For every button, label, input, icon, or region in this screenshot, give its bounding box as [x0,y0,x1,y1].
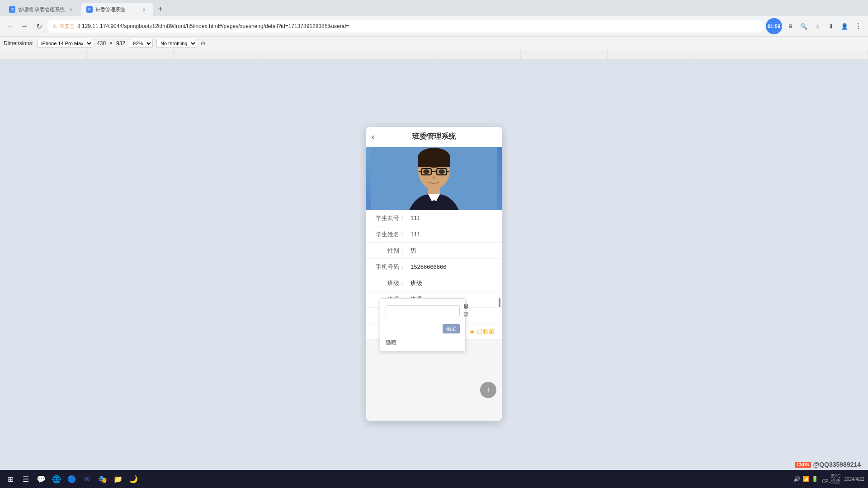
svg-rect-3 [418,158,450,167]
devtools-toolbar: Dimensions: iPhone 14 Pro Max 430 × 932 … [0,36,868,50]
tooltip-show-label: 显示 [463,303,469,319]
phone-value: 15266666666 [410,263,495,270]
nav-right-icons: 🖥 🔍 ☆ ⬇ 👤 ⋮ [784,20,864,33]
app3-icon[interactable]: 🎭 [96,472,109,486]
security-icon: ⚠ [52,23,57,29]
class-value: 班级 [410,279,495,287]
url-text: 8.129.11.174:9044/springbootz12ldm89/fro… [77,23,759,29]
back-button[interactable]: ← [4,20,16,33]
person-illustration [366,147,502,210]
app-header: ‹ 班委管理系统 [366,127,502,147]
tab2-label: 班委管理系统 [95,6,125,13]
taskbar: ⊞ ☰ 💬 🌐 🔵 W 🎭 📁 🌙 🔊 📶 🔋 39°C CPU温度 2024/… [0,470,868,488]
address-bar[interactable]: ⚠ 不安全 8.129.11.174:9044/springbootz12ldm… [47,20,764,33]
csdn-logo: CSDN [795,462,811,468]
wechat-icon[interactable]: 💬 [34,472,48,486]
tab-bar: 管 管理端-班委管理系统 × 班 班委管理系统 × + [0,0,868,16]
security-label: 不安全 [60,23,75,30]
nav-bar: ← → ↻ ⚠ 不安全 8.129.11.174:9044/springboot… [0,16,868,36]
toolbar-item-7 [521,50,608,59]
tray-icon-3[interactable]: 🔋 [811,475,818,483]
tooltip-input[interactable] [386,305,460,316]
tab1-label: 管理端-班委管理系统 [18,6,65,13]
dimensions-label: Dimensions: [4,40,33,47]
tooltip-row-1: 显示 [380,300,465,321]
main-content: ‹ 班委管理系统 [0,60,868,488]
favorite-text[interactable]: 已收藏 [477,328,495,336]
class-row: 班级： 班级 [366,275,502,291]
forward-button[interactable]: → [18,20,31,33]
tab2-close[interactable]: × [141,6,148,13]
photo-placeholder [366,147,502,210]
tray-icon-1[interactable]: 🔊 [793,475,800,483]
capture-icon[interactable]: ⊙ [201,40,205,47]
tab1-favicon: 管 [9,6,15,13]
x-separator: × [109,40,113,47]
datetime: 2024/4/22 [844,477,865,482]
cpu-label: CPU温度 [822,479,840,485]
start-button[interactable]: ⊞ [4,472,17,486]
tooltip-popup: 显示 确定 隐藏 [380,298,466,352]
toolbar-item-3 [174,50,260,59]
scroll-top-button[interactable]: ↑ [480,382,496,398]
refresh-button[interactable]: ↻ [33,20,45,33]
height-value: 932 [116,40,125,47]
search-icon[interactable]: 🔍 [797,20,810,33]
timer-badge: 01:59 [766,18,782,34]
svg-point-10 [439,169,445,174]
toolbar-item-10 [781,50,868,59]
back-button[interactable]: ‹ [372,131,375,142]
tab2-favicon: 班 [86,6,93,13]
taskbar-right: 🔊 📶 🔋 39°C CPU温度 2024/4/22 [793,474,864,485]
gender-value: 男 [410,247,495,255]
toolbar-item-4 [260,50,347,59]
tab1-close[interactable]: × [67,6,75,13]
name-label: 学生姓名： [373,230,405,239]
browser-frame: 管 管理端-班委管理系统 × 班 班委管理系统 × + ← → ↻ ⚠ 不安全 … [0,0,868,488]
word-icon[interactable]: W [80,472,94,486]
new-tab-button[interactable]: + [154,3,167,15]
tab-2[interactable]: 班 班委管理系统 × [81,3,153,16]
gender-row: 性别： 男 [366,243,502,259]
width-value: 430 [97,40,106,47]
app-title: 班委管理系统 [412,132,456,141]
star-icon: ★ [469,328,475,335]
search-taskbar-button[interactable]: ☰ [19,472,33,486]
account-label: 学生账号： [373,214,405,222]
device-select[interactable]: iPhone 14 Pro Max [37,39,93,48]
tooltip-row-3: 隐藏 [380,336,465,349]
zoom-select[interactable]: 92% [129,39,153,48]
browser-icon[interactable]: 🌐 [50,472,63,486]
cpu-temp: 39°C [822,474,840,479]
toolbar-item-2 [87,50,174,59]
phone-row: 手机号码： 15266666666 [366,259,502,275]
app2-icon[interactable]: 🔵 [65,472,79,486]
name-row: 学生姓名： 111 [366,226,502,243]
cast-icon[interactable]: 🖥 [784,20,797,33]
tooltip-hide-label: 隐藏 [386,339,396,347]
tab-1[interactable]: 管 管理端-班委管理系统 × [4,3,80,16]
toolbar-item-1 [0,50,87,59]
tooltip-confirm-button[interactable]: 确定 [443,324,460,333]
files-icon[interactable]: 📁 [111,472,125,486]
tray-icon-2[interactable]: 📶 [802,475,809,483]
name-value: 111 [410,231,495,238]
account-value: 111 [410,215,495,221]
menu-icon[interactable]: ⋮ [852,20,864,33]
svg-point-11 [432,176,436,179]
toolbar-item-6 [434,50,521,59]
gender-label: 性别： [373,247,405,255]
app4-icon[interactable]: 🌙 [127,472,140,486]
account-row: 学生账号： 111 [366,210,502,226]
toolbar-item-9 [694,50,781,59]
profile-icon[interactable]: 👤 [838,20,851,33]
svg-point-9 [423,169,429,174]
download-icon[interactable]: ⬇ [825,20,837,33]
throttling-select[interactable]: No throttling [156,39,197,48]
phone-label: 手机号码： [373,263,405,271]
bookmark-icon[interactable]: ☆ [811,20,824,33]
scroll-handle[interactable] [499,298,500,307]
tooltip-row-2: 确定 [380,321,465,336]
csdn-watermark: CSDN @QQ335989214 [795,461,861,468]
student-photo [366,147,502,210]
